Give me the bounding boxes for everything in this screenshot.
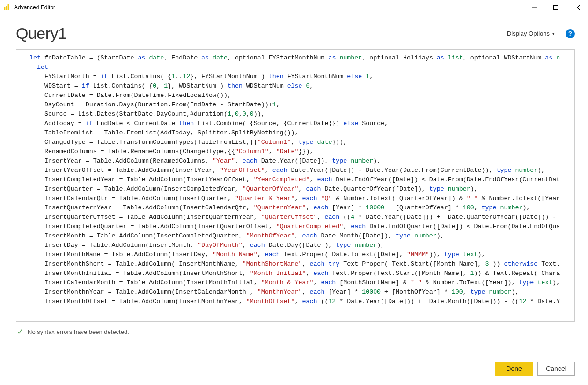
close-button[interactable]: [566, 0, 588, 15]
window-controls: [523, 0, 588, 15]
code-line[interactable]: RenamedColumns = Table.RenameColumns(Cha…: [29, 147, 574, 156]
code-line[interactable]: InsertQuarter = Table.AddColumn(InsertCo…: [29, 185, 574, 194]
content-area: Query1 Display Options ▾ ? let fnDateTab…: [0, 15, 588, 337]
code-line[interactable]: InsertYear = Table.AddColumn(RenamedColu…: [29, 156, 574, 166]
maximize-button[interactable]: [545, 0, 566, 15]
code-line[interactable]: InsertDay = Table.AddColumn(InsertMonth,…: [29, 241, 574, 250]
code-line[interactable]: InsertCompletedYear = Table.AddColumn(In…: [29, 175, 574, 185]
cancel-button[interactable]: Cancel: [537, 362, 575, 376]
query-name: Query1: [16, 24, 67, 43]
status-row: ✓ No syntax errors have been detected.: [16, 322, 575, 337]
code-line[interactable]: InsertMonthName = Table.AddColumn(Insert…: [29, 250, 574, 259]
code-line[interactable]: WDStart = if List.Contains( {0, 1}, WDSt…: [29, 81, 574, 91]
chevron-down-icon: ▾: [552, 31, 555, 36]
code-line[interactable]: InsertMonthOffset = Table.AddColumn(Inse…: [29, 297, 574, 306]
code-line[interactable]: InsertCalendarQtr = Table.AddColumn(Inse…: [29, 194, 574, 203]
code-line[interactable]: InsertCalendarMonth = Table.AddColumn(In…: [29, 278, 574, 288]
svg-rect-4: [554, 6, 558, 10]
code-line[interactable]: InsertMonthnYear = Table.AddColumn(Inser…: [29, 288, 574, 297]
code-line[interactable]: let fnDateTable = (StartDate as date, En…: [29, 53, 574, 63]
status-message: No syntax errors have been detected.: [28, 328, 129, 335]
code-line[interactable]: InsertMonthInitial = Table.AddColumn(Ins…: [29, 269, 574, 278]
titlebar: Advanced Editor: [0, 0, 588, 15]
window-title: Advanced Editor: [14, 4, 55, 11]
display-options-dropdown[interactable]: Display Options ▾: [503, 29, 559, 38]
done-button[interactable]: Done: [495, 362, 533, 376]
code-line[interactable]: AddToday = if EndDate < CurrentDate then…: [29, 119, 574, 128]
minimize-button[interactable]: [523, 0, 545, 15]
code-line[interactable]: InsertCompletedQuarter = Table.AddColumn…: [29, 222, 574, 231]
header-right: Display Options ▾ ?: [503, 29, 575, 38]
code-line[interactable]: ChangedType = Table.TransformColumnTypes…: [29, 138, 574, 147]
svg-rect-1: [6, 6, 7, 10]
code-line[interactable]: InsertMonthShort = Table.AddColumn( Inse…: [29, 259, 574, 269]
code-line[interactable]: DayCount = Duration.Days(Duration.From(E…: [29, 100, 574, 110]
display-options-label: Display Options: [507, 30, 550, 37]
header-row: Query1 Display Options ▾ ?: [16, 24, 575, 43]
code-line[interactable]: InsertYearOffset = Table.AddColumn(Inser…: [29, 166, 574, 175]
code-line[interactable]: FYStartMonth = if List.Contains( {1..12}…: [29, 72, 574, 81]
help-icon[interactable]: ?: [566, 29, 575, 38]
button-row: Done Cancel: [495, 362, 575, 376]
code-line[interactable]: InsertMonth = Table.AddColumn(InsertComp…: [29, 231, 574, 241]
svg-rect-2: [8, 4, 9, 10]
code-editor[interactable]: let fnDateTable = (StartDate as date, En…: [16, 49, 575, 322]
code-line[interactable]: InsertQuarterOffset = Table.AddColumn(In…: [29, 213, 574, 222]
svg-rect-0: [4, 7, 5, 10]
check-icon: ✓: [17, 326, 24, 337]
code-line[interactable]: InsertQuarternYear = Table.AddColumn(Ins…: [29, 203, 574, 213]
code-line[interactable]: CurrentDate = Date.From(DateTime.FixedLo…: [29, 91, 574, 100]
code-line[interactable]: let: [29, 63, 574, 72]
code-line[interactable]: TableFromList = Table.FromList(AddToday,…: [29, 128, 574, 138]
code-line[interactable]: Source = List.Dates(StartDate,DayCount,#…: [29, 110, 574, 119]
powerbi-icon: [3, 4, 10, 11]
